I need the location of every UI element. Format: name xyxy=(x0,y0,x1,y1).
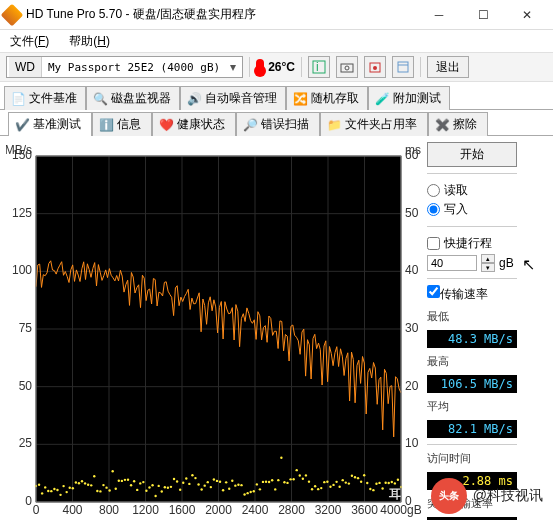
menu-help[interactable]: 帮助(H) xyxy=(63,31,116,52)
benchmark-chart: MB/sms1506012550100407530502025100004008… xyxy=(6,142,421,520)
copy-info-button[interactable]: i xyxy=(308,56,330,78)
radio-write[interactable]: 写入 xyxy=(427,201,547,218)
svg-point-125 xyxy=(253,490,255,492)
settings-button[interactable] xyxy=(392,56,414,78)
exit-button[interactable]: 退出 xyxy=(427,56,469,78)
svg-text:50: 50 xyxy=(19,379,33,393)
svg-point-106 xyxy=(194,477,196,479)
svg-text:50: 50 xyxy=(405,206,419,220)
svg-point-151 xyxy=(332,484,334,486)
svg-point-99 xyxy=(173,478,175,480)
svg-text:60: 60 xyxy=(405,148,419,162)
radio-read[interactable]: 读取 xyxy=(427,182,547,199)
svg-point-71 xyxy=(87,483,89,485)
svg-point-115 xyxy=(222,489,224,491)
spin-down[interactable]: ▾ xyxy=(481,263,495,272)
svg-point-142 xyxy=(305,474,307,476)
svg-point-91 xyxy=(148,486,150,488)
folder-icon: 📁 xyxy=(327,118,341,132)
svg-point-124 xyxy=(250,491,252,493)
tab-folder-usage[interactable]: 📁文件夹占用率 xyxy=(320,112,428,136)
menu-file[interactable]: 文件(F) xyxy=(4,31,55,52)
svg-point-112 xyxy=(213,478,215,480)
chevron-down-icon[interactable]: ▾ xyxy=(226,60,240,74)
svg-point-172 xyxy=(397,478,399,480)
svg-point-79 xyxy=(111,470,113,472)
screenshot-button[interactable] xyxy=(336,56,358,78)
svg-text:125: 125 xyxy=(12,206,32,220)
svg-text:100: 100 xyxy=(12,263,32,277)
svg-point-162 xyxy=(366,482,368,484)
tab-aam[interactable]: 🔊自动噪音管理 xyxy=(180,86,286,110)
tab-health[interactable]: ❤️健康状态 xyxy=(152,112,236,136)
svg-text:40: 40 xyxy=(405,263,419,277)
svg-point-102 xyxy=(182,481,184,483)
drive-vendor: WD xyxy=(9,57,42,77)
tab-info[interactable]: ℹ️信息 xyxy=(92,112,152,136)
svg-point-122 xyxy=(243,493,245,495)
svg-point-127 xyxy=(259,488,261,490)
watermark: 头条 @科技视讯 xyxy=(431,478,543,514)
svg-point-86 xyxy=(133,480,135,482)
tab-random-access[interactable]: 🔀随机存取 xyxy=(286,86,368,110)
tab-extra-tests[interactable]: 🧪附加测试 xyxy=(368,86,450,110)
main-panel: MB/sms1506012550100407530502025100004008… xyxy=(0,135,553,520)
label-min: 最低 xyxy=(427,309,547,324)
check-short-stroke[interactable]: 快捷行程 xyxy=(427,235,547,252)
tab-file-benchmark[interactable]: 📄文件基准 xyxy=(4,86,86,110)
svg-point-110 xyxy=(207,481,209,483)
title-bar: HD Tune Pro 5.70 - 硬盘/固态硬盘实用程序 ─ ☐ ✕ xyxy=(0,0,553,30)
svg-point-121 xyxy=(240,484,242,486)
svg-point-73 xyxy=(93,475,95,477)
spin-up[interactable]: ▴ xyxy=(481,254,495,263)
svg-text:1200: 1200 xyxy=(132,503,159,517)
svg-point-126 xyxy=(256,483,258,485)
svg-point-59 xyxy=(50,490,52,492)
svg-point-56 xyxy=(41,492,43,494)
svg-point-146 xyxy=(317,488,319,490)
svg-text:2800: 2800 xyxy=(278,503,305,517)
svg-rect-2 xyxy=(341,64,353,72)
snapshot-button[interactable] xyxy=(364,56,386,78)
svg-point-103 xyxy=(185,477,187,479)
tab-error-scan[interactable]: 🔎错误扫描 xyxy=(236,112,320,136)
start-button[interactable]: 开始 xyxy=(427,142,517,167)
temperature-readout: 26°C xyxy=(256,59,295,75)
svg-point-129 xyxy=(265,481,267,483)
svg-text:20: 20 xyxy=(405,379,419,393)
close-button[interactable]: ✕ xyxy=(505,1,549,29)
value-max: 106.5 MB/s xyxy=(427,375,517,393)
svg-point-113 xyxy=(216,480,218,482)
tab-erase[interactable]: ✖️擦除 xyxy=(428,112,488,136)
maximize-button[interactable]: ☐ xyxy=(461,1,505,29)
drive-model: My Passport 25E2 (4000 gB) xyxy=(42,61,226,74)
svg-point-118 xyxy=(231,480,233,482)
short-stroke-input[interactable] xyxy=(427,255,477,271)
tab-benchmark[interactable]: ✔️基准测试 xyxy=(8,112,92,136)
svg-point-165 xyxy=(375,483,377,485)
svg-text:i: i xyxy=(316,60,319,74)
svg-point-74 xyxy=(96,490,98,492)
svg-point-67 xyxy=(75,481,77,483)
window-title: HD Tune Pro 5.70 - 硬盘/固态硬盘实用程序 xyxy=(26,6,417,23)
check-transfer-rate[interactable]: 传输速率 xyxy=(427,285,547,303)
svg-point-68 xyxy=(78,482,80,484)
watermark-badge: 头条 xyxy=(431,478,467,514)
sound-icon: 🔊 xyxy=(187,92,201,106)
drive-selector[interactable]: WD My Passport 25E2 (4000 gB) ▾ xyxy=(6,56,243,78)
label-avg: 平均 xyxy=(427,399,547,414)
tab-disk-monitor[interactable]: 🔍磁盘监视器 xyxy=(86,86,180,110)
svg-point-98 xyxy=(170,486,172,488)
thermometer-icon xyxy=(256,59,264,75)
minimize-button[interactable]: ─ xyxy=(417,1,461,29)
svg-point-104 xyxy=(188,483,190,485)
svg-point-107 xyxy=(197,483,199,485)
toolbar: WD My Passport 25E2 (4000 gB) ▾ 26°C i 退… xyxy=(0,52,553,82)
svg-point-145 xyxy=(314,485,316,487)
svg-point-141 xyxy=(302,477,304,479)
mode-radios: 读取 写入 xyxy=(427,180,547,220)
svg-point-66 xyxy=(72,487,74,489)
svg-text:0: 0 xyxy=(33,503,40,517)
svg-point-108 xyxy=(200,488,202,490)
svg-text:0: 0 xyxy=(25,494,32,508)
